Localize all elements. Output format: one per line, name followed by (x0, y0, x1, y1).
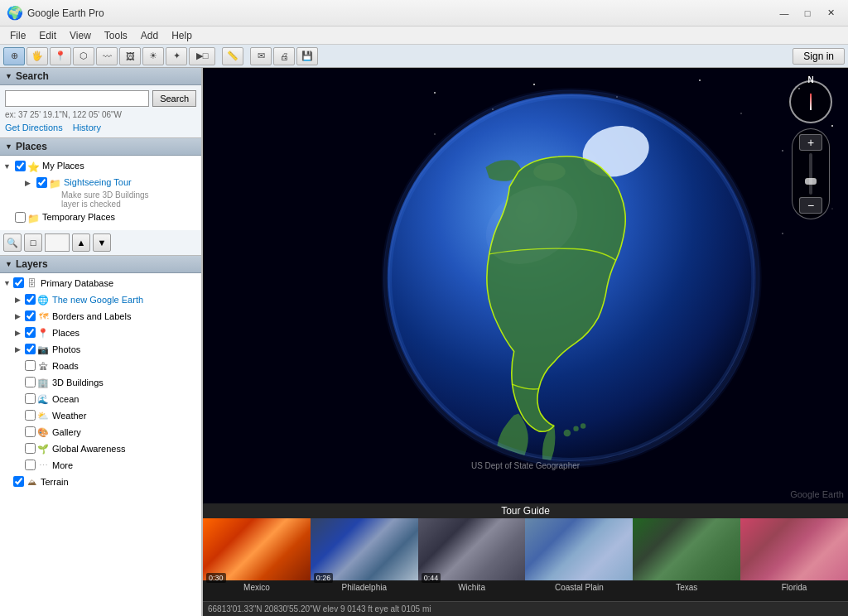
left-panel: ▼ Search Search ex: 37 25' 19.1"N, 122 0… (0, 68, 203, 616)
expand-more-icon (15, 461, 25, 469)
svg-point-13 (782, 150, 783, 152)
layer-item-buildings[interactable]: 🏢 3D Buildings (13, 374, 200, 391)
menu-edit[interactable]: Edit (32, 28, 63, 43)
sign-in-button[interactable]: Sign in (793, 48, 845, 65)
toolbar-hand-button[interactable]: 🖐 (26, 47, 48, 65)
menu-tools[interactable]: Tools (98, 28, 134, 43)
layer-item-more[interactable]: ⋯ More (13, 457, 200, 474)
status-bar: 66813'01.33"N 20830'55.20"W elev 9 0143 … (203, 601, 848, 616)
check-terrain[interactable] (13, 476, 25, 488)
sightseeing-label[interactable]: Sightseeing Tour (64, 177, 198, 187)
toolbar-sky-button[interactable]: ✦ (166, 47, 187, 65)
global-label: Global Awareness (52, 444, 125, 454)
toolbar-email-button[interactable]: ✉ (250, 47, 272, 65)
places-zoom-button[interactable]: 🔍 (3, 233, 22, 252)
svg-point-17 (782, 233, 783, 234)
tour-thumb-florida-img (740, 518, 848, 580)
check-places-layer[interactable] (25, 327, 36, 339)
tour-thumb-mexico[interactable]: 0:30 Mexico (203, 518, 311, 601)
borders-label: Borders and Labels (52, 311, 131, 321)
check-temp[interactable] (15, 212, 26, 224)
layer-item-primary-db[interactable]: ▼ 🗄 Primary Database (2, 275, 200, 291)
sightseeing-sublabel: Make sure 3D Buildingslayer is checked (61, 190, 198, 210)
new-earth-link[interactable]: The new Google Earth (52, 295, 143, 305)
maximize-button[interactable]: □ (797, 5, 818, 22)
layer-item-photos[interactable]: ▶ 📷 Photos (13, 341, 200, 358)
menu-view[interactable]: View (63, 28, 98, 43)
compass-ring[interactable]: N (789, 80, 832, 123)
layer-item-gallery[interactable]: 🎨 Gallery (13, 424, 200, 440)
check-gallery[interactable] (25, 426, 36, 439)
close-button[interactable]: ✕ (820, 5, 841, 22)
places-section-header[interactable]: ▼ Places (0, 138, 201, 156)
toolbar-overlay-button[interactable]: 🖼 (119, 47, 141, 65)
more-layers-icon: ⋯ (36, 459, 50, 472)
tour-thumb-florida[interactable]: Florida (740, 518, 848, 601)
check-more[interactable] (25, 460, 36, 472)
places-up-button[interactable]: ▲ (72, 233, 90, 252)
menu-add[interactable]: Add (134, 28, 165, 43)
places-down-button[interactable]: ▼ (93, 233, 111, 252)
toolbar-polygon-button[interactable]: ⬡ (73, 47, 94, 65)
check-sightseeing[interactable] (36, 177, 48, 190)
zoom-out-button[interactable]: − (799, 197, 822, 214)
zoom-in-button[interactable]: + (799, 134, 822, 151)
layers-tree: ▼ 🗄 Primary Database ▶ 🌐 The new Google … (0, 273, 201, 616)
check-new-earth[interactable] (25, 294, 36, 306)
tour-thumb-texas[interactable]: Texas (633, 518, 740, 601)
layer-item-terrain[interactable]: ⛰ Terrain (2, 474, 200, 490)
check-borders[interactable] (25, 310, 36, 323)
toolbar-path-button[interactable]: 〰 (96, 47, 118, 65)
search-input[interactable] (5, 90, 149, 107)
check-primary-db[interactable] (13, 277, 25, 290)
my-places-icon: ⭐ (26, 161, 40, 174)
check-global[interactable] (25, 443, 36, 455)
layers-section-header[interactable]: ▼ Layers (0, 256, 201, 273)
toolbar-sunlight-button[interactable]: ☀ (142, 47, 164, 65)
layer-item-global[interactable]: 🌱 Global Awareness (13, 440, 200, 457)
check-weather[interactable] (25, 410, 36, 422)
toolbar-placemark-button[interactable]: 📍 (50, 47, 71, 65)
layer-item-new-earth[interactable]: ▶ 🌐 The new Google Earth (13, 291, 200, 308)
history-link[interactable]: History (73, 123, 101, 132)
tour-thumb-wichita[interactable]: 0:44 Wichita (418, 518, 526, 601)
layer-item-borders[interactable]: ▶ 🗺 Borders and Labels (13, 308, 200, 325)
sightseeing-link[interactable]: Sightseeing Tour (64, 177, 132, 187)
tree-item-sightseeing[interactable]: ▶ 📁 Sightseeing Tour (25, 176, 198, 192)
toolbar-ruler-button[interactable]: 📏 (222, 47, 243, 65)
zoom-handle[interactable] (805, 178, 817, 185)
new-earth-label[interactable]: The new Google Earth (52, 295, 143, 305)
photos-icon: 📷 (36, 343, 50, 356)
tour-thumb-philadelphia[interactable]: 0:26 Philadelphia (311, 518, 418, 601)
layer-item-weather[interactable]: ⛅ Weather (13, 407, 200, 424)
toolbar-print-button[interactable]: 🖨 (273, 47, 295, 65)
sightseeing-folder-icon: 📁 (48, 177, 61, 190)
places-view-button[interactable]: □ (24, 233, 42, 252)
tour-thumb-philadelphia-duration: 0:26 (314, 573, 334, 583)
svg-point-32 (580, 423, 585, 428)
check-buildings[interactable] (25, 377, 36, 389)
menu-help[interactable]: Help (165, 28, 199, 43)
tour-thumb-texas-img (633, 518, 740, 580)
menu-file[interactable]: File (3, 28, 32, 43)
toolbar-save-button[interactable]: 💾 (296, 47, 318, 65)
check-my-places[interactable] (15, 161, 26, 173)
tour-thumb-wichita-duration: 0:44 (422, 573, 441, 583)
get-directions-link[interactable]: Get Directions (5, 123, 63, 132)
toolbar-tour-button[interactable]: ▶□ (189, 47, 215, 65)
tree-item-temp-places[interactable]: 📁 Temporary Places (3, 210, 198, 227)
check-ocean[interactable] (25, 393, 36, 406)
layer-item-places[interactable]: ▶ 📍 Places (13, 325, 200, 341)
check-roads[interactable] (25, 360, 36, 373)
minimize-button[interactable]: — (773, 5, 795, 22)
layer-item-roads[interactable]: 🛣 Roads (13, 358, 200, 374)
tree-item-my-places[interactable]: ▼ ⭐ My Places (3, 159, 198, 176)
window-controls: — □ ✕ (773, 5, 841, 22)
search-section-header[interactable]: ▼ Search (0, 68, 201, 85)
earth-view[interactable]: N + − US Dept of State Geographer Google… (203, 68, 848, 503)
tour-thumb-coastal[interactable]: Coastal Plain (525, 518, 633, 601)
search-button[interactable]: Search (152, 90, 196, 107)
toolbar-nav-button[interactable]: ⊕ (3, 47, 25, 65)
layer-item-ocean[interactable]: 🌊 Ocean (13, 391, 200, 407)
check-photos[interactable] (25, 344, 36, 356)
